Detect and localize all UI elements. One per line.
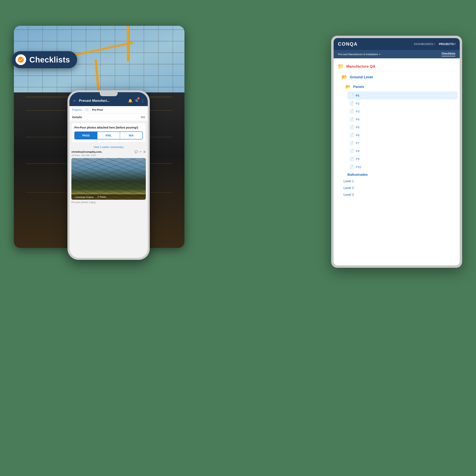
checklists-icon — [16, 54, 26, 65]
project-selector[interactable]: Pre-cast Manufacture & Installation ▾ — [338, 53, 380, 56]
fail-button[interactable]: FAIL — [97, 132, 120, 139]
phone-device: ← Precast Manufact... 🔔 ↻ 0 ⋮ Projects › — [68, 90, 150, 260]
folder-panels-label: Panels — [353, 85, 364, 89]
folder-red-icon: 📁 — [338, 63, 344, 69]
breadcrumb-projects[interactable]: Projects — [72, 108, 82, 111]
breadcrumb-sep2: › — [90, 108, 91, 111]
breadcrumb-sep1: › — [83, 108, 84, 111]
tablet-logo: CONQA — [338, 41, 357, 47]
phone-header-area: ← Precast Manufact... 🔔 ↻ 0 ⋮ — [69, 92, 148, 106]
doc-icon: 📄 — [349, 165, 354, 169]
doc-p1-label: P1 — [356, 94, 359, 97]
answer-buttons: PASS FAIL N/A — [74, 132, 143, 139]
rotate-btn[interactable]: ↺ Rotate — [97, 196, 106, 198]
doc-icon: 📄 — [349, 125, 354, 129]
doc-p5[interactable]: 📄 P5 — [347, 123, 458, 131]
phone-screen: ← Precast Manufact... 🔔 ↻ 0 ⋮ Projects › — [69, 92, 148, 258]
detail-count: 8/8 — [141, 116, 145, 119]
folder-manufacture-qa-label: Manufacture QA — [346, 64, 375, 69]
level-2[interactable]: Level 2 — [341, 185, 458, 191]
phone-title: Precast Manufact... — [79, 99, 126, 103]
edit-icon[interactable]: ✏ — [139, 150, 142, 153]
image-toolbar: ↓ Download Original ↺ Rotate — [71, 194, 146, 200]
doc-p9[interactable]: 📄 P9 — [347, 155, 458, 163]
back-button[interactable]: ← — [73, 98, 77, 103]
doc-icon: 📄 — [349, 101, 354, 105]
doc-icon: 📄 — [349, 117, 354, 121]
doc-p1[interactable]: 📄 P1 — [347, 91, 458, 99]
folder-panels[interactable]: 📂 Panels — [343, 82, 458, 91]
section-ballustrades: Ballustrades — [345, 171, 458, 178]
breadcrumb-ellipsis[interactable]: ··· — [85, 108, 89, 111]
doc-p3[interactable]: 📄 P3 — [347, 107, 458, 115]
notification-icon[interactable]: 🔔 — [128, 99, 133, 103]
phone-header: ← Precast Manufact... 🔔 ↻ 0 ⋮ — [69, 98, 148, 106]
phone-notch — [100, 92, 118, 96]
tablet-device: CONQA DASHBOARDS / PROJECTS / Pre-cast M… — [331, 36, 462, 268]
refresh-icon[interactable]: ↻ 0 — [135, 99, 138, 103]
doc-icon: 📄 — [349, 93, 354, 98]
checklist-card: Pre-Pour photos attached here (before po… — [71, 123, 146, 142]
doc-icon: 📄 — [349, 149, 354, 153]
level-1[interactable]: Level 1 — [341, 178, 458, 185]
comment-icon[interactable]: 💬 — [135, 150, 138, 153]
breadcrumb: Projects › ··· › Pre-Pour — [69, 106, 148, 113]
doc-p2[interactable]: 📄 P2 — [347, 99, 458, 107]
view-comments[interactable]: View 1 earlier comment(s) — [69, 144, 148, 150]
doc-icon: 📄 — [349, 109, 354, 113]
doc-p10[interactable]: 📄 P10 — [347, 163, 458, 171]
level-3[interactable]: Level 3 — [341, 191, 458, 198]
tablet-navbar: CONQA DASHBOARDS / PROJECTS / — [334, 38, 460, 50]
doc-p4[interactable]: 📄 P4 — [347, 115, 458, 123]
doc-p7[interactable]: 📄 P7 — [347, 139, 458, 147]
comment-time: 10:32am, Sep 28th, 2023 — [71, 154, 146, 156]
comment-actions: 💬 ✏ 🗑 — [135, 150, 146, 153]
doc-icon: 📄 — [349, 157, 354, 161]
doc-icon: 📄 — [349, 141, 354, 145]
pass-button[interactable]: PASS — [75, 132, 97, 139]
comment-section: christina@conqahq.com, 💬 ✏ 🗑 10:32am, Se… — [69, 150, 148, 204]
checklists-badge[interactable]: Checklists — [12, 51, 77, 68]
more-menu-icon[interactable]: ⋮ — [141, 99, 145, 103]
phone-icons: 🔔 ↻ 0 ⋮ — [128, 99, 145, 103]
detail-label: Details — [72, 116, 82, 119]
nav-projects[interactable]: PROJECTS / — [439, 42, 455, 46]
tablet-subnav: Pre-cast Manufacture & Installation ▾ Ch… — [334, 50, 460, 58]
image-caption: Pre pour photos 2.jpeg — [71, 201, 146, 204]
comment-image: ↓ Download Original ↺ Rotate — [71, 158, 146, 200]
folder-ground-level-label: Ground Level — [350, 75, 373, 79]
tab-checklists[interactable]: Checklists — [442, 52, 455, 56]
nav-dashboards[interactable]: DASHBOARDS / — [414, 42, 435, 46]
detail-header: Details 8/8 — [69, 113, 148, 121]
comment-author: christina@conqahq.com, — [71, 150, 102, 153]
doc-p6[interactable]: 📄 P6 — [347, 131, 458, 139]
delete-icon[interactable]: 🗑 — [143, 150, 146, 153]
download-btn[interactable]: ↓ Download Original — [74, 196, 93, 198]
folder-blue-icon: 📂 — [341, 74, 347, 80]
na-button[interactable]: N/A — [120, 132, 142, 139]
folder-panels-icon: 📂 — [345, 84, 351, 89]
tablet-screen: CONQA DASHBOARDS / PROJECTS / Pre-cast M… — [334, 38, 460, 265]
checklists-label: Checklists — [29, 55, 70, 64]
card-question: Pre-Pour photos attached here (before po… — [74, 126, 143, 129]
folder-ground-level[interactable]: 📂 Ground Level — [340, 72, 458, 82]
folder-manufacture-qa[interactable]: 📁 Manufacture QA — [336, 61, 458, 72]
tablet-tree: 📁 Manufacture QA 📂 Ground Level 📂 Panels… — [334, 61, 460, 198]
breadcrumb-current: Pre-Pour — [92, 108, 103, 111]
doc-icon: 📄 — [349, 133, 354, 137]
badge: 0 — [137, 97, 140, 100]
doc-p8[interactable]: 📄 P8 — [347, 147, 458, 155]
